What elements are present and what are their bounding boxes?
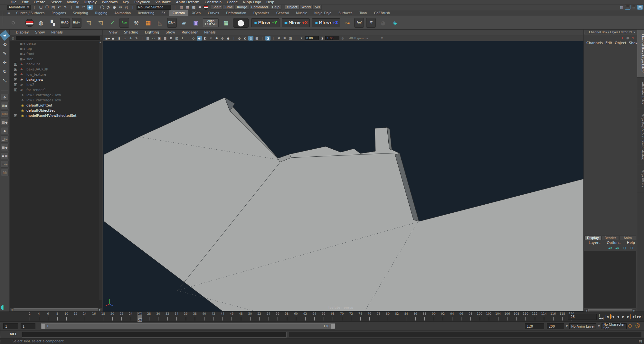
snapshot-region-icon[interactable]: ◳ <box>288 36 293 41</box>
animation-end-field[interactable]: 200 <box>547 323 564 329</box>
checker-map-icon[interactable]: ▚ <box>48 18 58 28</box>
bend-deform1-icon[interactable]: ◹ <box>84 18 93 28</box>
side-tab-channel-box-layer-editor[interactable]: Channel Box / Layer Editor <box>637 30 644 78</box>
orange-grid-icon[interactable]: ▦ <box>143 18 153 28</box>
command-grip[interactable] <box>0 331 2 338</box>
mel-command-input[interactable] <box>22 332 287 338</box>
viewport-menu-view[interactable]: View <box>106 30 120 34</box>
shelf-tab-polygons[interactable]: Polygons <box>48 10 70 16</box>
menu-anim-deform[interactable]: Anim Deform <box>174 0 202 5</box>
color-space-selector[interactable]: sRGB gamma▼ <box>346 37 385 40</box>
anti-aliasing-icon[interactable]: ◎ <box>248 36 253 41</box>
timeline-playhead[interactable]: 2626 <box>137 312 142 322</box>
paint-select-tool[interactable]: ✎ <box>1 50 9 57</box>
camera-icon[interactable]: ◼◄ <box>105 36 110 41</box>
ambient-occlusion-icon[interactable]: ◍ <box>220 36 225 41</box>
expand-icon[interactable]: + <box>14 78 17 81</box>
menu-visualize[interactable]: Visualize <box>153 0 173 5</box>
manip-speed-icon[interactable]: ✎ <box>632 36 634 40</box>
viewport-menu-panels[interactable]: Panels <box>201 30 218 34</box>
layer-tab-anim[interactable]: Anim <box>619 236 636 240</box>
camera-attributes-icon[interactable]: ◼· <box>111 36 116 41</box>
channel-box-menu-edit[interactable]: Edit <box>604 41 613 45</box>
step-forward-frame-button[interactable]: ▶| <box>632 313 637 320</box>
mirror-x-button[interactable]: ◀▶Mirror+X <box>282 18 310 27</box>
shelf-tab-gozbrush[interactable]: GoZBrush <box>370 10 393 16</box>
field-chart-icon[interactable]: ⊞ <box>168 36 173 41</box>
shelf-grip[interactable] <box>3 17 5 28</box>
toggle-time-button[interactable]: Time <box>223 5 234 10</box>
channel-box-grip[interactable] <box>584 31 587 34</box>
toolbox-toggle-icon[interactable]: ▥ <box>619 5 624 10</box>
shelf-tab-general[interactable]: General <box>273 10 292 16</box>
motion-blur-icon[interactable]: ● <box>226 36 231 41</box>
channel-box-menu-channels[interactable]: Channels <box>585 41 604 45</box>
menu-playback[interactable]: Playback <box>132 0 153 5</box>
shelf-tab-xgen[interactable]: XGen <box>188 10 204 16</box>
menu-ninja-dojo[interactable]: Ninja Dojo <box>240 0 264 5</box>
shelf-tab-deformation[interactable]: Deformation <box>223 10 250 16</box>
shelf-tab-muscle[interactable]: Muscle <box>292 10 311 16</box>
shaded-icon[interactable]: ◆ <box>197 36 202 41</box>
make-circle-icon[interactable]: ◍ <box>36 18 46 28</box>
scroll-left-icon[interactable]: ◀ <box>10 309 14 311</box>
shelf-tab-dynamics[interactable]: Dynamics <box>250 10 273 16</box>
mesh-main-face[interactable] <box>104 98 583 311</box>
shelf-tab-rendering[interactable]: Rendering <box>134 10 158 16</box>
menu-edit[interactable]: Edit <box>19 0 31 5</box>
playback-start-field[interactable]: 1 <box>21 323 35 329</box>
new-scene-icon[interactable]: ❏ <box>38 5 43 10</box>
script-editor-icon[interactable]: ▤ <box>639 339 642 343</box>
mirror-y-button[interactable]: ◀▶Mirror+Y <box>251 18 279 27</box>
channel-box-toggle-icon[interactable]: ▤ <box>637 5 643 10</box>
image-plane-icon[interactable]: ▱ <box>122 36 128 41</box>
outliner-horizontal-scrollbar[interactable]: ◀ ▶ <box>10 308 102 311</box>
channel-box-body[interactable] <box>584 46 637 235</box>
menubar-grip[interactable] <box>5 0 7 4</box>
animation-start-field[interactable]: 1 <box>3 323 18 329</box>
gamma-icon[interactable]: ◑ <box>319 36 325 41</box>
expand-icon[interactable]: + <box>14 88 17 91</box>
depth-of-field-icon[interactable]: ▩ <box>254 36 259 41</box>
shelf-tab-fx[interactable]: FX <box>158 10 169 16</box>
channel-box-menu-object[interactable]: Object <box>613 41 628 45</box>
snap-to-grid-icon[interactable]: ⊞ <box>75 5 80 10</box>
ninja-dojo-icon[interactable] <box>204 5 208 10</box>
side-tab-ninja-uv-4-2[interactable]: Ninja UV 4.2 <box>637 165 644 192</box>
redo-icon[interactable]: ↷ <box>62 5 68 10</box>
green-checker-icon[interactable]: ▩ <box>221 18 231 28</box>
shelf-tab-ninja-dojo[interactable]: Ninja_Dojo <box>311 10 335 16</box>
outliner-item-bakebackup[interactable]: +▰↗bakeBACKUP <box>10 67 102 72</box>
xray-joints-icon[interactable]: ◐ <box>242 36 248 41</box>
exposure-icon[interactable]: ✳ <box>299 36 304 41</box>
layout-outliner-persp[interactable]: ▤◆ <box>1 119 9 126</box>
expand-icon[interactable]: + <box>14 63 17 66</box>
float-panel-icon[interactable]: ❐ <box>629 31 632 34</box>
auto-keyframe-icon[interactable]: Ⓚ <box>635 323 640 329</box>
layout-persp-outliner[interactable]: ⊞◆ <box>1 102 9 109</box>
outliner-item-side[interactable]: ◼◄side <box>10 56 102 61</box>
sym-sel-button[interactable]: Sel <box>313 5 322 10</box>
render-current-icon[interactable]: ▦ <box>185 5 190 10</box>
expand-icon[interactable]: + <box>14 73 17 76</box>
shelf-tab-curves[interactable]: Curves <box>204 10 223 16</box>
layer-tab-render[interactable]: Render <box>602 236 619 240</box>
go-to-end-button[interactable]: ▶▶| <box>637 313 642 320</box>
safe-title-icon[interactable]: ◱ <box>174 36 179 41</box>
filter-icon[interactable]: ◎ <box>12 36 14 40</box>
new-layer-from-selected-icon[interactable]: ❐ <box>629 246 634 250</box>
unlock-normals-icon[interactable]: ✓ <box>108 18 117 28</box>
outliner-item-front[interactable]: ◼◄front <box>10 51 102 56</box>
outliner-menu-panels[interactable]: Panels <box>48 30 65 34</box>
viewport-menu-shading[interactable]: Shading <box>121 30 141 34</box>
undo-icon[interactable]: ↶ <box>56 5 62 10</box>
expand-icon[interactable]: + <box>14 114 17 117</box>
shelf-tab-custom[interactable]: Custom <box>169 10 188 16</box>
menu-windows[interactable]: Windows <box>99 0 120 5</box>
chevron-down-icon[interactable]: ▼ <box>566 325 568 328</box>
align-last-sel-button[interactable]: AlignLast Sel <box>203 18 219 27</box>
scroll-right-icon[interactable]: ▶ <box>98 309 102 311</box>
shelf-tab-curves-surfaces[interactable]: Curves / Surfaces <box>13 10 48 16</box>
layer-menu-help[interactable]: Help <box>624 241 638 245</box>
step-back-key-button[interactable]: |◀ <box>610 313 615 320</box>
